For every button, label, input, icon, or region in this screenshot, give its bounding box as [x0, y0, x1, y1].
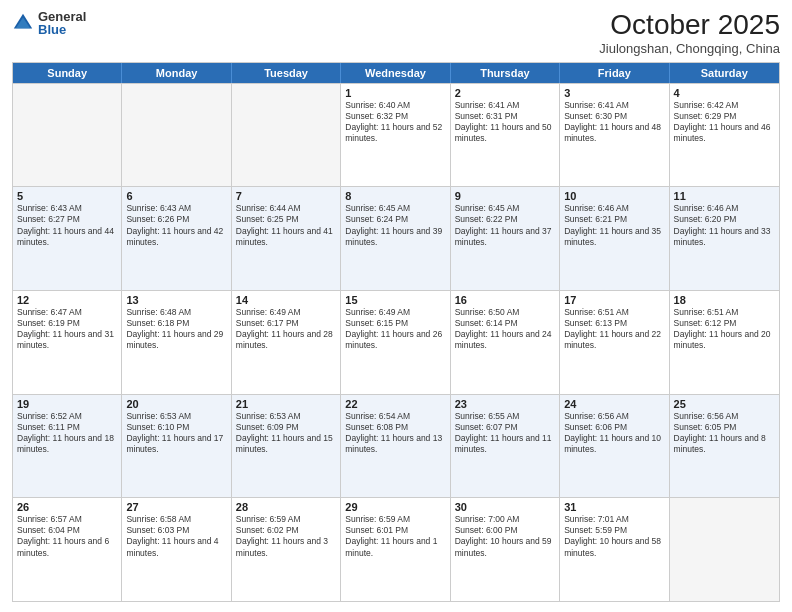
- calendar-cell: [122, 84, 231, 187]
- day-number: 26: [17, 501, 117, 513]
- cell-info: Sunrise: 6:59 AM Sunset: 6:02 PM Dayligh…: [236, 514, 336, 558]
- calendar-cell: 1Sunrise: 6:40 AM Sunset: 6:32 PM Daylig…: [341, 84, 450, 187]
- calendar-cell: 16Sunrise: 6:50 AM Sunset: 6:14 PM Dayli…: [451, 291, 560, 394]
- day-number: 21: [236, 398, 336, 410]
- calendar-cell: 7Sunrise: 6:44 AM Sunset: 6:25 PM Daylig…: [232, 187, 341, 290]
- calendar-row-4: 26Sunrise: 6:57 AM Sunset: 6:04 PM Dayli…: [13, 497, 779, 601]
- cell-info: Sunrise: 6:47 AM Sunset: 6:19 PM Dayligh…: [17, 307, 117, 351]
- day-number: 18: [674, 294, 775, 306]
- day-number: 10: [564, 190, 664, 202]
- cell-info: Sunrise: 6:49 AM Sunset: 6:15 PM Dayligh…: [345, 307, 445, 351]
- calendar-row-3: 19Sunrise: 6:52 AM Sunset: 6:11 PM Dayli…: [13, 394, 779, 498]
- day-number: 1: [345, 87, 445, 99]
- calendar-cell: 20Sunrise: 6:53 AM Sunset: 6:10 PM Dayli…: [122, 395, 231, 498]
- day-number: 7: [236, 190, 336, 202]
- day-number: 8: [345, 190, 445, 202]
- day-number: 13: [126, 294, 226, 306]
- calendar-cell: 6Sunrise: 6:43 AM Sunset: 6:26 PM Daylig…: [122, 187, 231, 290]
- cell-info: Sunrise: 6:46 AM Sunset: 6:20 PM Dayligh…: [674, 203, 775, 247]
- calendar-cell: 10Sunrise: 6:46 AM Sunset: 6:21 PM Dayli…: [560, 187, 669, 290]
- day-number: 25: [674, 398, 775, 410]
- logo-icon: [12, 12, 34, 34]
- day-number: 2: [455, 87, 555, 99]
- day-number: 6: [126, 190, 226, 202]
- day-number: 28: [236, 501, 336, 513]
- header-cell-friday: Friday: [560, 63, 669, 83]
- day-number: 22: [345, 398, 445, 410]
- calendar-row-0: 1Sunrise: 6:40 AM Sunset: 6:32 PM Daylig…: [13, 83, 779, 187]
- calendar-cell: [13, 84, 122, 187]
- calendar-cell: 11Sunrise: 6:46 AM Sunset: 6:20 PM Dayli…: [670, 187, 779, 290]
- cell-info: Sunrise: 6:52 AM Sunset: 6:11 PM Dayligh…: [17, 411, 117, 455]
- cell-info: Sunrise: 6:44 AM Sunset: 6:25 PM Dayligh…: [236, 203, 336, 247]
- cell-info: Sunrise: 6:45 AM Sunset: 6:22 PM Dayligh…: [455, 203, 555, 247]
- cell-info: Sunrise: 7:01 AM Sunset: 5:59 PM Dayligh…: [564, 514, 664, 558]
- cell-info: Sunrise: 6:55 AM Sunset: 6:07 PM Dayligh…: [455, 411, 555, 455]
- location: Jiulongshan, Chongqing, China: [599, 41, 780, 56]
- day-number: 3: [564, 87, 664, 99]
- day-number: 24: [564, 398, 664, 410]
- calendar-cell: 29Sunrise: 6:59 AM Sunset: 6:01 PM Dayli…: [341, 498, 450, 601]
- calendar-cell: 19Sunrise: 6:52 AM Sunset: 6:11 PM Dayli…: [13, 395, 122, 498]
- header-cell-thursday: Thursday: [451, 63, 560, 83]
- calendar-cell: 17Sunrise: 6:51 AM Sunset: 6:13 PM Dayli…: [560, 291, 669, 394]
- calendar-cell: 23Sunrise: 6:55 AM Sunset: 6:07 PM Dayli…: [451, 395, 560, 498]
- day-number: 30: [455, 501, 555, 513]
- calendar: SundayMondayTuesdayWednesdayThursdayFrid…: [12, 62, 780, 602]
- day-number: 11: [674, 190, 775, 202]
- calendar-body: 1Sunrise: 6:40 AM Sunset: 6:32 PM Daylig…: [13, 83, 779, 601]
- cell-info: Sunrise: 6:41 AM Sunset: 6:30 PM Dayligh…: [564, 100, 664, 144]
- calendar-cell: 22Sunrise: 6:54 AM Sunset: 6:08 PM Dayli…: [341, 395, 450, 498]
- calendar-cell: 12Sunrise: 6:47 AM Sunset: 6:19 PM Dayli…: [13, 291, 122, 394]
- cell-info: Sunrise: 6:43 AM Sunset: 6:26 PM Dayligh…: [126, 203, 226, 247]
- calendar-row-2: 12Sunrise: 6:47 AM Sunset: 6:19 PM Dayli…: [13, 290, 779, 394]
- cell-info: Sunrise: 6:53 AM Sunset: 6:09 PM Dayligh…: [236, 411, 336, 455]
- calendar-cell: 28Sunrise: 6:59 AM Sunset: 6:02 PM Dayli…: [232, 498, 341, 601]
- header-cell-monday: Monday: [122, 63, 231, 83]
- calendar-cell: 25Sunrise: 6:56 AM Sunset: 6:05 PM Dayli…: [670, 395, 779, 498]
- calendar-cell: 4Sunrise: 6:42 AM Sunset: 6:29 PM Daylig…: [670, 84, 779, 187]
- day-number: 31: [564, 501, 664, 513]
- day-number: 15: [345, 294, 445, 306]
- day-number: 20: [126, 398, 226, 410]
- calendar-cell: 2Sunrise: 6:41 AM Sunset: 6:31 PM Daylig…: [451, 84, 560, 187]
- calendar-cell: 21Sunrise: 6:53 AM Sunset: 6:09 PM Dayli…: [232, 395, 341, 498]
- cell-info: Sunrise: 6:51 AM Sunset: 6:13 PM Dayligh…: [564, 307, 664, 351]
- cell-info: Sunrise: 7:00 AM Sunset: 6:00 PM Dayligh…: [455, 514, 555, 558]
- cell-info: Sunrise: 6:46 AM Sunset: 6:21 PM Dayligh…: [564, 203, 664, 247]
- day-number: 23: [455, 398, 555, 410]
- day-number: 29: [345, 501, 445, 513]
- cell-info: Sunrise: 6:48 AM Sunset: 6:18 PM Dayligh…: [126, 307, 226, 351]
- header-cell-saturday: Saturday: [670, 63, 779, 83]
- calendar-cell: 30Sunrise: 7:00 AM Sunset: 6:00 PM Dayli…: [451, 498, 560, 601]
- cell-info: Sunrise: 6:58 AM Sunset: 6:03 PM Dayligh…: [126, 514, 226, 558]
- day-number: 19: [17, 398, 117, 410]
- day-number: 9: [455, 190, 555, 202]
- logo-text: General Blue: [38, 10, 86, 36]
- cell-info: Sunrise: 6:45 AM Sunset: 6:24 PM Dayligh…: [345, 203, 445, 247]
- day-number: 17: [564, 294, 664, 306]
- calendar-cell: 31Sunrise: 7:01 AM Sunset: 5:59 PM Dayli…: [560, 498, 669, 601]
- day-number: 4: [674, 87, 775, 99]
- month-title: October 2025: [599, 10, 780, 41]
- calendar-cell: [232, 84, 341, 187]
- calendar-cell: 18Sunrise: 6:51 AM Sunset: 6:12 PM Dayli…: [670, 291, 779, 394]
- calendar-cell: 3Sunrise: 6:41 AM Sunset: 6:30 PM Daylig…: [560, 84, 669, 187]
- cell-info: Sunrise: 6:49 AM Sunset: 6:17 PM Dayligh…: [236, 307, 336, 351]
- cell-info: Sunrise: 6:54 AM Sunset: 6:08 PM Dayligh…: [345, 411, 445, 455]
- day-number: 16: [455, 294, 555, 306]
- cell-info: Sunrise: 6:50 AM Sunset: 6:14 PM Dayligh…: [455, 307, 555, 351]
- calendar-cell: 26Sunrise: 6:57 AM Sunset: 6:04 PM Dayli…: [13, 498, 122, 601]
- cell-info: Sunrise: 6:59 AM Sunset: 6:01 PM Dayligh…: [345, 514, 445, 558]
- cell-info: Sunrise: 6:43 AM Sunset: 6:27 PM Dayligh…: [17, 203, 117, 247]
- title-block: October 2025 Jiulongshan, Chongqing, Chi…: [599, 10, 780, 56]
- calendar-cell: 13Sunrise: 6:48 AM Sunset: 6:18 PM Dayli…: [122, 291, 231, 394]
- cell-info: Sunrise: 6:51 AM Sunset: 6:12 PM Dayligh…: [674, 307, 775, 351]
- logo: General Blue: [12, 10, 86, 36]
- cell-info: Sunrise: 6:41 AM Sunset: 6:31 PM Dayligh…: [455, 100, 555, 144]
- day-number: 14: [236, 294, 336, 306]
- calendar-cell: 9Sunrise: 6:45 AM Sunset: 6:22 PM Daylig…: [451, 187, 560, 290]
- calendar-cell: 24Sunrise: 6:56 AM Sunset: 6:06 PM Dayli…: [560, 395, 669, 498]
- calendar-cell: 8Sunrise: 6:45 AM Sunset: 6:24 PM Daylig…: [341, 187, 450, 290]
- cell-info: Sunrise: 6:53 AM Sunset: 6:10 PM Dayligh…: [126, 411, 226, 455]
